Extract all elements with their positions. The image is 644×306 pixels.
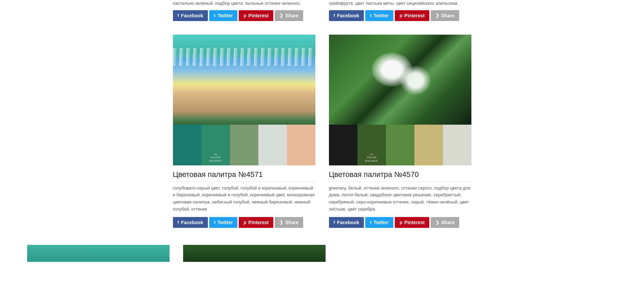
bottom-partial-right: [183, 245, 326, 262]
twitter-label: Twitter: [374, 13, 389, 18]
twitter-button-4571[interactable]: t Twitter: [209, 217, 237, 228]
top-tags-left: пастельно-зелёный. подбор цвета. пыльные…: [173, 0, 315, 7]
swatch-3[interactable]: [386, 125, 414, 165]
share-icon: ❯: [435, 220, 439, 225]
watermark: IN COLOR BALANCE: [365, 153, 378, 163]
facebook-label: Facebook: [181, 13, 203, 18]
pinterest-label: Pinterest: [248, 220, 269, 225]
share-button-4570[interactable]: ❯ Share: [431, 217, 459, 228]
facebook-button-4571[interactable]: f Facebook: [173, 217, 208, 228]
swatch-1[interactable]: [173, 125, 201, 165]
facebook-label: Facebook: [337, 13, 359, 18]
card-4570-desc: greenery, белый, оттенки зеленого, оттен…: [329, 185, 471, 213]
green-partial-image: [183, 245, 326, 262]
bottom-partial-left: [27, 245, 170, 262]
facebook-button-4570[interactable]: f Facebook: [329, 217, 364, 228]
pinterest-label: Pinterest: [404, 13, 425, 18]
card-4571-title: Цветовая палитра №4571: [173, 170, 315, 182]
twitter-icon: t: [214, 13, 215, 18]
top-tags-right: грейпфрута. цвет листьев мяты. цвет сици…: [329, 0, 471, 7]
top-share-bar-left: f Facebook t Twitter p Pinterest ❯ Share: [173, 10, 315, 21]
facebook-button-top-right[interactable]: f Facebook: [329, 10, 364, 21]
share-label: Share: [441, 13, 454, 18]
pinterest-button-top-right[interactable]: p Pinterest: [395, 10, 429, 21]
facebook-icon: f: [334, 220, 335, 225]
card-4570-palette: IN COLOR BALANCE: [329, 125, 471, 165]
facebook-icon: f: [178, 13, 179, 18]
swatch-4[interactable]: [414, 125, 443, 165]
facebook-icon: f: [334, 13, 335, 18]
twitter-button-4570[interactable]: t Twitter: [365, 217, 393, 228]
pinterest-label: Pinterest: [248, 13, 269, 18]
twitter-label: Twitter: [218, 13, 233, 18]
card-4571: IN COLOR BALANCE Цветовая палитра №4571 …: [173, 35, 315, 235]
twitter-button-top-right[interactable]: t Twitter: [365, 10, 393, 21]
card-4571-palette: IN COLOR BALANCE: [173, 125, 315, 165]
pinterest-icon: p: [243, 13, 246, 18]
share-icon: ❯: [279, 13, 283, 18]
card-4570-image: [329, 35, 471, 125]
bottom-partial-images: [7, 245, 637, 262]
card-4570: IN COLOR BALANCE Цветовая палитра №4570 …: [329, 35, 471, 235]
twitter-label: Twitter: [374, 220, 389, 225]
twitter-button-top-left[interactable]: t Twitter: [209, 10, 237, 21]
teal-partial-image: [27, 245, 170, 262]
share-icon: ❯: [435, 13, 439, 18]
card-4571-share-bar: f Facebook t Twitter p Pinterest ❯ Share: [173, 217, 315, 228]
swatch-4[interactable]: [258, 125, 287, 165]
swatch-3[interactable]: [230, 125, 258, 165]
pinterest-button-4571[interactable]: p Pinterest: [239, 217, 273, 228]
twitter-icon: t: [214, 220, 215, 225]
facebook-button-top-left[interactable]: f Facebook: [173, 10, 208, 21]
share-button-top-right[interactable]: ❯ Share: [431, 10, 459, 21]
card-4571-image: [173, 35, 315, 125]
swatch-2[interactable]: IN COLOR BALANCE: [357, 125, 386, 165]
share-button-top-left[interactable]: ❯ Share: [275, 10, 303, 21]
card-4570-title: Цветовая палитра №4570: [329, 170, 471, 182]
share-label: Share: [441, 220, 454, 225]
swatch-5[interactable]: [443, 125, 471, 165]
twitter-icon: t: [370, 13, 371, 18]
facebook-icon: f: [178, 220, 179, 225]
twitter-label: Twitter: [218, 220, 233, 225]
share-icon: ❯: [279, 220, 283, 225]
swatch-5[interactable]: [287, 125, 315, 165]
pinterest-label: Pinterest: [404, 220, 425, 225]
card-4571-desc: голубовато-серый цвет, голубой, голубой …: [173, 185, 315, 213]
pinterest-icon: p: [243, 220, 246, 225]
twitter-icon: t: [370, 220, 371, 225]
pinterest-icon: p: [399, 13, 402, 18]
share-button-4571[interactable]: ❯ Share: [275, 217, 303, 228]
card-4570-share-bar: f Facebook t Twitter p Pinterest ❯ Share: [329, 217, 471, 228]
pinterest-button-top-left[interactable]: p Pinterest: [239, 10, 273, 21]
facebook-label: Facebook: [337, 220, 359, 225]
pinterest-icon: p: [399, 220, 402, 225]
top-share-bar-right: f Facebook t Twitter p Pinterest ❯ Share: [329, 10, 471, 21]
swatch-1[interactable]: [329, 125, 357, 165]
share-label: Share: [285, 13, 298, 18]
pinterest-button-4570[interactable]: p Pinterest: [395, 217, 429, 228]
swatch-2[interactable]: IN COLOR BALANCE: [201, 125, 230, 165]
watermark: IN COLOR BALANCE: [209, 153, 222, 163]
cards-row: IN COLOR BALANCE Цветовая палитра №4571 …: [7, 35, 637, 245]
share-label: Share: [285, 220, 298, 225]
facebook-label: Facebook: [181, 220, 203, 225]
